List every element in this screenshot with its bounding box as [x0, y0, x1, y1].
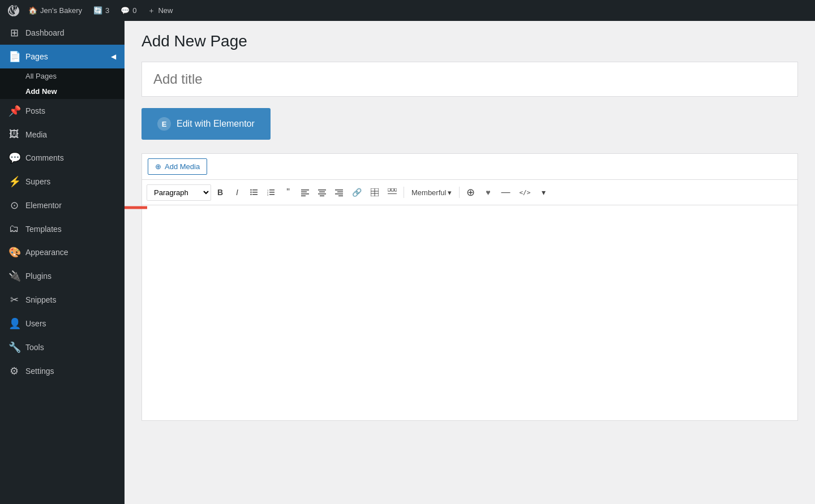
svg-rect-15 — [301, 192, 307, 193]
sidebar-pages-label: Pages — [25, 52, 48, 61]
add-media-icon: ⊕ — [155, 162, 161, 171]
updates-icon: 🔄 — [93, 6, 102, 15]
svg-rect-2 — [252, 189, 258, 191]
svg-rect-21 — [320, 196, 324, 197]
sidebar-settings-label: Settings — [25, 367, 54, 376]
comments-count: 0 — [132, 6, 136, 15]
insert-link-button[interactable]: 🔗 — [348, 185, 366, 200]
align-right-button[interactable] — [331, 186, 347, 199]
add-media-label: Add Media — [165, 162, 200, 171]
align-left-icon — [301, 188, 309, 196]
align-left-button[interactable] — [297, 186, 313, 199]
sidebar-templates-label: Templates — [25, 225, 62, 234]
sidebar-item-tools[interactable]: 🔧 Tools — [0, 335, 125, 359]
sidebar-media-label: Media — [25, 130, 47, 139]
svg-rect-33 — [388, 193, 397, 194]
sidebar-tools-label: Tools — [25, 343, 44, 352]
sidebar-item-plugins[interactable]: 🔌 Plugins — [0, 264, 125, 288]
pages-collapse-icon: ◀ — [111, 53, 116, 61]
bold-button[interactable]: B — [212, 185, 228, 200]
sidebar-item-users[interactable]: 👤 Users — [0, 312, 125, 335]
italic-button[interactable]: I — [229, 185, 245, 200]
main-content: Add New Page E Edit with Elementor ⊕ Add… — [125, 21, 815, 438]
kitchen-sink-button[interactable] — [384, 186, 401, 199]
settings-icon: ⚙ — [8, 365, 20, 377]
memberful-dropdown[interactable]: Memberful ▾ — [407, 186, 456, 200]
admin-bar: 🏠 Jen's Bakery 🔄 3 💬 0 ＋ New — [0, 0, 815, 21]
table-icon — [371, 188, 379, 196]
sidebar-item-settings[interactable]: ⚙ Settings — [0, 359, 125, 383]
toolbar-separator-1 — [404, 187, 404, 198]
tools-icon: 🔧 — [8, 341, 20, 354]
site-name-label: Jen's Bakery — [40, 6, 82, 15]
plus-icon: ＋ — [148, 6, 155, 16]
code-button[interactable]: </> — [515, 186, 534, 199]
favorite-button[interactable]: ♥ — [480, 185, 496, 200]
svg-rect-3 — [252, 192, 258, 193]
submenu-all-pages[interactable]: All Pages — [0, 68, 125, 84]
svg-rect-24 — [335, 193, 343, 195]
sidebar-snippets-label: Snippets — [25, 295, 56, 304]
sidebar-item-templates[interactable]: 🗂 Templates — [0, 217, 125, 240]
sidebar-item-comments[interactable]: 💬 Comments — [0, 146, 125, 170]
ol-icon: 1 2 3 — [267, 188, 275, 196]
editor-toolbar-top: ⊕ Add Media — [142, 154, 797, 180]
add-media-button[interactable]: ⊕ Add Media — [148, 158, 207, 175]
sidebar-item-pages[interactable]: 📄 Pages ◀ — [0, 45, 125, 68]
svg-rect-23 — [337, 192, 343, 193]
blockquote-button[interactable]: " — [280, 184, 296, 200]
sidebar-plugins-label: Plugins — [25, 272, 52, 281]
site-name-link[interactable]: 🏠 Jen's Bakery — [24, 0, 87, 21]
sidebar-supers-label: Supers — [25, 177, 50, 186]
toolbar-separator-2 — [459, 187, 460, 198]
add-button[interactable]: ⊕ — [462, 183, 479, 201]
svg-rect-14 — [301, 189, 309, 191]
sidebar-users-label: Users — [25, 319, 46, 328]
svg-rect-25 — [338, 196, 343, 197]
sidebar-item-posts[interactable]: 📌 Posts — [0, 99, 125, 123]
sidebar-item-elementor[interactable]: ⊙ Elementor — [0, 193, 125, 217]
updates-link[interactable]: 🔄 3 — [89, 0, 114, 21]
svg-text:3: 3 — [267, 193, 269, 196]
sidebar-item-media[interactable]: 🖼 Media — [0, 123, 125, 146]
sidebar-item-dashboard[interactable]: ⊞ Dashboard — [0, 21, 125, 45]
insert-table-button[interactable] — [367, 186, 383, 199]
unordered-list-button[interactable] — [246, 186, 262, 199]
align-center-button[interactable] — [314, 186, 330, 199]
new-content-link[interactable]: ＋ New — [143, 0, 177, 21]
media-icon: 🖼 — [8, 128, 20, 140]
page-title: Add New Page — [141, 32, 798, 50]
editor-area: ⊕ Add Media Paragraph Heading 1 Heading … — [141, 153, 798, 421]
posts-icon: 📌 — [8, 105, 20, 117]
snippets-icon: ✂ — [8, 294, 20, 306]
appearance-icon: 🎨 — [8, 246, 20, 259]
page-title-input[interactable] — [141, 62, 798, 97]
horizontal-rule-button[interactable]: — — [497, 184, 514, 200]
memberful-chevron-icon: ▾ — [448, 188, 452, 197]
svg-rect-30 — [388, 188, 391, 191]
templates-icon: 🗂 — [8, 223, 20, 235]
svg-rect-17 — [301, 196, 306, 197]
submenu-add-new[interactable]: Add New — [0, 84, 125, 99]
users-icon: 👤 — [8, 317, 20, 330]
editor-content[interactable] — [142, 205, 797, 420]
sidebar-dashboard-label: Dashboard — [25, 28, 65, 37]
svg-rect-31 — [391, 188, 394, 191]
edit-with-elementor-button[interactable]: E Edit with Elementor — [141, 108, 271, 140]
ordered-list-button[interactable]: 1 2 3 — [263, 186, 279, 199]
sidebar-item-snippets[interactable]: ✂ Snippets — [0, 288, 125, 312]
svg-rect-16 — [301, 193, 309, 195]
wp-logo[interactable] — [6, 0, 22, 21]
sidebar-elementor-label: Elementor — [25, 201, 62, 210]
sidebar-item-appearance[interactable]: 🎨 Appearance — [0, 240, 125, 264]
paragraph-select[interactable]: Paragraph Heading 1 Heading 2 Heading 3 … — [147, 184, 211, 201]
sidebar-item-supers[interactable]: ⚡ Supers — [0, 170, 125, 193]
more-options-button[interactable]: ▾ — [535, 185, 551, 200]
comments-icon: 💬 — [121, 6, 130, 15]
svg-rect-18 — [318, 189, 326, 191]
dashboard-icon: ⊞ — [8, 27, 20, 39]
pages-submenu: All Pages Add New — [0, 68, 125, 99]
svg-rect-4 — [252, 194, 258, 195]
comments-link[interactable]: 💬 0 — [116, 0, 141, 21]
plugins-icon: 🔌 — [8, 270, 20, 282]
